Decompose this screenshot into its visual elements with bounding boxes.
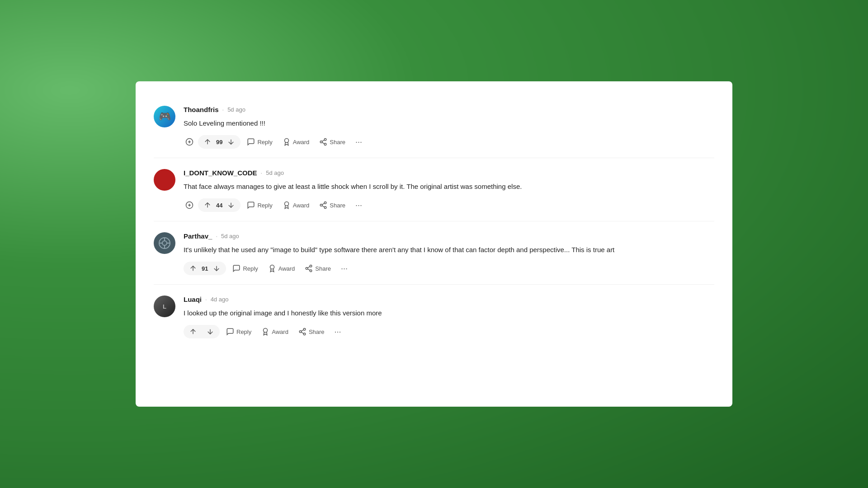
share-label: Share xyxy=(309,328,325,335)
svg-point-12 xyxy=(284,202,288,206)
svg-line-34 xyxy=(301,332,303,333)
more-button[interactable]: ··· xyxy=(337,262,351,275)
downvote-button[interactable] xyxy=(225,200,237,210)
share-icon xyxy=(319,201,327,209)
add-button[interactable] xyxy=(184,136,195,148)
comment-text: I looked up the original image and I hon… xyxy=(184,308,714,319)
username: Thoandfris xyxy=(184,106,219,113)
reply-label: Reply xyxy=(236,328,251,335)
avatar xyxy=(154,232,175,254)
award-button[interactable]: Award xyxy=(258,325,292,338)
comment-item: I_DONT_KNOW_CODE · 5d ago That face alwa… xyxy=(154,158,714,221)
share-label: Share xyxy=(330,139,345,145)
username: I_DONT_KNOW_CODE xyxy=(184,169,257,177)
svg-line-29 xyxy=(308,267,310,268)
reply-icon xyxy=(226,328,234,336)
reply-label: Reply xyxy=(243,265,258,272)
comment-item: Thoandfris · 5d ago Solo Leveling mentio… xyxy=(154,95,714,158)
reply-button[interactable]: Reply xyxy=(243,136,276,148)
share-icon xyxy=(319,138,327,146)
svg-line-7 xyxy=(322,142,325,144)
comment-content: Parthav_ · 5d ago It's unlikely that he … xyxy=(184,232,714,275)
separator-dot: · xyxy=(261,169,263,176)
timestamp: 5d ago xyxy=(266,169,284,176)
svg-line-17 xyxy=(322,203,325,205)
comment-item: Parthav_ · 5d ago It's unlikely that he … xyxy=(154,221,714,285)
downvote-button[interactable] xyxy=(204,327,216,337)
upvote-icon xyxy=(189,328,197,336)
downvote-icon xyxy=(227,138,235,146)
svg-point-30 xyxy=(264,328,268,333)
comment-header: Thoandfris · 5d ago xyxy=(184,106,714,113)
more-button[interactable]: ··· xyxy=(331,325,345,338)
reply-button[interactable]: Reply xyxy=(243,199,276,211)
svg-line-28 xyxy=(308,269,310,270)
svg-point-6 xyxy=(325,143,327,145)
award-button[interactable]: Award xyxy=(279,199,313,211)
svg-point-14 xyxy=(321,204,323,206)
share-label: Share xyxy=(315,265,331,272)
upvote-button[interactable] xyxy=(202,200,213,210)
svg-point-25 xyxy=(310,265,312,267)
upvote-button[interactable] xyxy=(202,137,213,147)
comment-header: Parthav_ · 5d ago xyxy=(184,232,714,240)
username: Luaqi xyxy=(184,296,202,303)
vote-count: 91 xyxy=(200,265,210,272)
reply-label: Reply xyxy=(257,139,272,145)
share-button[interactable]: Share xyxy=(301,262,335,275)
share-icon xyxy=(305,264,313,272)
share-button[interactable]: Share xyxy=(295,325,328,338)
downvote-button[interactable] xyxy=(225,137,237,147)
timestamp: 4d ago xyxy=(211,296,229,303)
separator-dot: · xyxy=(216,233,217,239)
upvote-icon xyxy=(203,138,212,146)
svg-point-31 xyxy=(303,328,306,331)
award-label: Award xyxy=(278,265,295,272)
reply-icon xyxy=(232,264,241,272)
svg-line-35 xyxy=(301,330,303,331)
more-button[interactable]: ··· xyxy=(352,136,366,149)
reply-button[interactable]: Reply xyxy=(229,262,261,275)
svg-point-27 xyxy=(310,270,312,272)
award-button[interactable]: Award xyxy=(279,136,313,148)
svg-line-16 xyxy=(322,206,325,207)
award-label: Award xyxy=(293,202,310,209)
share-icon xyxy=(298,328,307,336)
comment-header: I_DONT_KNOW_CODE · 5d ago xyxy=(184,169,714,177)
separator-dot: · xyxy=(205,296,207,303)
reply-button[interactable]: Reply xyxy=(222,325,255,338)
svg-point-24 xyxy=(270,265,274,269)
action-bar: Reply Award Share ··· xyxy=(184,325,714,338)
upvote-button[interactable] xyxy=(187,327,199,337)
award-button[interactable]: Award xyxy=(264,262,299,275)
svg-point-32 xyxy=(299,331,302,333)
award-label: Award xyxy=(272,328,288,335)
share-button[interactable]: Share xyxy=(316,199,349,211)
avatar xyxy=(154,106,175,127)
reply-label: Reply xyxy=(257,202,272,209)
svg-point-3 xyxy=(284,139,288,143)
action-bar: 99 Reply Aw xyxy=(184,135,714,149)
share-button[interactable]: Share xyxy=(316,136,349,148)
svg-line-8 xyxy=(322,140,325,141)
vote-count: 99 xyxy=(214,139,224,145)
svg-point-13 xyxy=(325,202,327,204)
action-bar: 44 Reply Aw xyxy=(184,198,714,212)
avatar-icon xyxy=(158,237,171,249)
upvote-button[interactable] xyxy=(187,263,199,273)
award-icon xyxy=(261,328,269,336)
downvote-icon xyxy=(206,328,214,336)
comment-text: Solo Leveling mentioned !!! xyxy=(184,118,714,129)
vote-count: 44 xyxy=(214,202,224,209)
plus-icon xyxy=(185,138,193,146)
plus-icon xyxy=(185,201,193,209)
svg-point-19 xyxy=(162,241,167,245)
comment-item: L Luaqi · 4d ago I looked up the origina… xyxy=(154,285,714,347)
add-button[interactable] xyxy=(184,199,195,211)
timestamp: 5d ago xyxy=(221,233,239,239)
upvote-icon xyxy=(203,201,212,209)
comment-content: Thoandfris · 5d ago Solo Leveling mentio… xyxy=(184,106,714,149)
downvote-button[interactable] xyxy=(211,263,222,273)
award-icon xyxy=(283,201,291,209)
more-button[interactable]: ··· xyxy=(352,199,366,212)
